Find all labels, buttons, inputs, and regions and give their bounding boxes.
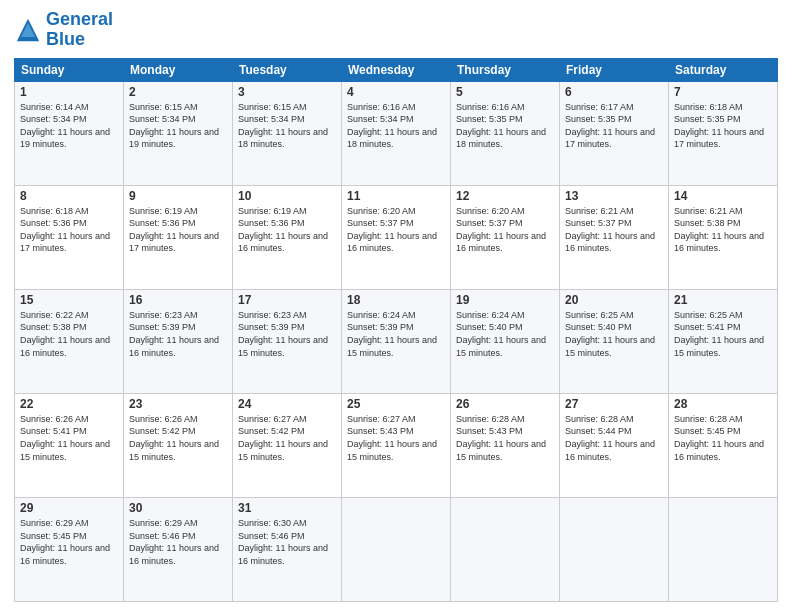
- day-number: 26: [456, 397, 554, 411]
- day-info: Sunrise: 6:20 AM Sunset: 5:37 PM Dayligh…: [347, 205, 445, 255]
- col-tuesday: Tuesday: [233, 58, 342, 81]
- day-info: Sunrise: 6:24 AM Sunset: 5:40 PM Dayligh…: [456, 309, 554, 359]
- calendar-table: Sunday Monday Tuesday Wednesday Thursday…: [14, 58, 778, 602]
- col-friday: Friday: [560, 58, 669, 81]
- day-number: 13: [565, 189, 663, 203]
- day-cell-4: 4 Sunrise: 6:16 AM Sunset: 5:34 PM Dayli…: [342, 81, 451, 185]
- day-info: Sunrise: 6:16 AM Sunset: 5:35 PM Dayligh…: [456, 101, 554, 151]
- empty-cell: [342, 497, 451, 601]
- day-cell-2: 2 Sunrise: 6:15 AM Sunset: 5:34 PM Dayli…: [124, 81, 233, 185]
- day-cell-7: 7 Sunrise: 6:18 AM Sunset: 5:35 PM Dayli…: [669, 81, 778, 185]
- logo-text: General Blue: [46, 10, 113, 50]
- day-number: 10: [238, 189, 336, 203]
- day-number: 18: [347, 293, 445, 307]
- day-number: 23: [129, 397, 227, 411]
- col-wednesday: Wednesday: [342, 58, 451, 81]
- day-info: Sunrise: 6:28 AM Sunset: 5:45 PM Dayligh…: [674, 413, 772, 463]
- day-info: Sunrise: 6:14 AM Sunset: 5:34 PM Dayligh…: [20, 101, 118, 151]
- day-number: 24: [238, 397, 336, 411]
- day-number: 19: [456, 293, 554, 307]
- day-number: 27: [565, 397, 663, 411]
- day-info: Sunrise: 6:21 AM Sunset: 5:38 PM Dayligh…: [674, 205, 772, 255]
- calendar-week-5: 29 Sunrise: 6:29 AM Sunset: 5:45 PM Dayl…: [15, 497, 778, 601]
- day-info: Sunrise: 6:20 AM Sunset: 5:37 PM Dayligh…: [456, 205, 554, 255]
- day-cell-23: 23 Sunrise: 6:26 AM Sunset: 5:42 PM Dayl…: [124, 393, 233, 497]
- day-info: Sunrise: 6:29 AM Sunset: 5:46 PM Dayligh…: [129, 517, 227, 567]
- day-cell-1: 1 Sunrise: 6:14 AM Sunset: 5:34 PM Dayli…: [15, 81, 124, 185]
- day-cell-28: 28 Sunrise: 6:28 AM Sunset: 5:45 PM Dayl…: [669, 393, 778, 497]
- day-number: 15: [20, 293, 118, 307]
- day-cell-20: 20 Sunrise: 6:25 AM Sunset: 5:40 PM Dayl…: [560, 289, 669, 393]
- day-info: Sunrise: 6:25 AM Sunset: 5:40 PM Dayligh…: [565, 309, 663, 359]
- day-info: Sunrise: 6:18 AM Sunset: 5:35 PM Dayligh…: [674, 101, 772, 151]
- day-number: 28: [674, 397, 772, 411]
- day-cell-22: 22 Sunrise: 6:26 AM Sunset: 5:41 PM Dayl…: [15, 393, 124, 497]
- day-info: Sunrise: 6:23 AM Sunset: 5:39 PM Dayligh…: [238, 309, 336, 359]
- day-number: 7: [674, 85, 772, 99]
- calendar-header-row: Sunday Monday Tuesday Wednesday Thursday…: [15, 58, 778, 81]
- day-cell-30: 30 Sunrise: 6:29 AM Sunset: 5:46 PM Dayl…: [124, 497, 233, 601]
- day-info: Sunrise: 6:17 AM Sunset: 5:35 PM Dayligh…: [565, 101, 663, 151]
- day-info: Sunrise: 6:26 AM Sunset: 5:41 PM Dayligh…: [20, 413, 118, 463]
- day-number: 21: [674, 293, 772, 307]
- day-info: Sunrise: 6:15 AM Sunset: 5:34 PM Dayligh…: [129, 101, 227, 151]
- day-info: Sunrise: 6:28 AM Sunset: 5:43 PM Dayligh…: [456, 413, 554, 463]
- day-cell-16: 16 Sunrise: 6:23 AM Sunset: 5:39 PM Dayl…: [124, 289, 233, 393]
- day-info: Sunrise: 6:29 AM Sunset: 5:45 PM Dayligh…: [20, 517, 118, 567]
- day-info: Sunrise: 6:27 AM Sunset: 5:43 PM Dayligh…: [347, 413, 445, 463]
- day-cell-8: 8 Sunrise: 6:18 AM Sunset: 5:36 PM Dayli…: [15, 185, 124, 289]
- day-number: 25: [347, 397, 445, 411]
- day-number: 1: [20, 85, 118, 99]
- day-number: 29: [20, 501, 118, 515]
- day-number: 11: [347, 189, 445, 203]
- day-number: 31: [238, 501, 336, 515]
- calendar-week-3: 15 Sunrise: 6:22 AM Sunset: 5:38 PM Dayl…: [15, 289, 778, 393]
- day-number: 2: [129, 85, 227, 99]
- day-info: Sunrise: 6:26 AM Sunset: 5:42 PM Dayligh…: [129, 413, 227, 463]
- calendar-week-2: 8 Sunrise: 6:18 AM Sunset: 5:36 PM Dayli…: [15, 185, 778, 289]
- empty-cell: [560, 497, 669, 601]
- day-cell-24: 24 Sunrise: 6:27 AM Sunset: 5:42 PM Dayl…: [233, 393, 342, 497]
- day-number: 17: [238, 293, 336, 307]
- col-thursday: Thursday: [451, 58, 560, 81]
- day-info: Sunrise: 6:19 AM Sunset: 5:36 PM Dayligh…: [129, 205, 227, 255]
- day-cell-15: 15 Sunrise: 6:22 AM Sunset: 5:38 PM Dayl…: [15, 289, 124, 393]
- empty-cell: [451, 497, 560, 601]
- day-number: 16: [129, 293, 227, 307]
- day-number: 6: [565, 85, 663, 99]
- day-number: 12: [456, 189, 554, 203]
- page: General Blue Sunday Monday Tuesday Wedne…: [0, 0, 792, 612]
- day-info: Sunrise: 6:24 AM Sunset: 5:39 PM Dayligh…: [347, 309, 445, 359]
- day-cell-11: 11 Sunrise: 6:20 AM Sunset: 5:37 PM Dayl…: [342, 185, 451, 289]
- day-info: Sunrise: 6:18 AM Sunset: 5:36 PM Dayligh…: [20, 205, 118, 255]
- day-number: 9: [129, 189, 227, 203]
- day-info: Sunrise: 6:16 AM Sunset: 5:34 PM Dayligh…: [347, 101, 445, 151]
- day-cell-31: 31 Sunrise: 6:30 AM Sunset: 5:46 PM Dayl…: [233, 497, 342, 601]
- day-cell-17: 17 Sunrise: 6:23 AM Sunset: 5:39 PM Dayl…: [233, 289, 342, 393]
- day-info: Sunrise: 6:15 AM Sunset: 5:34 PM Dayligh…: [238, 101, 336, 151]
- day-cell-29: 29 Sunrise: 6:29 AM Sunset: 5:45 PM Dayl…: [15, 497, 124, 601]
- day-cell-6: 6 Sunrise: 6:17 AM Sunset: 5:35 PM Dayli…: [560, 81, 669, 185]
- day-cell-21: 21 Sunrise: 6:25 AM Sunset: 5:41 PM Dayl…: [669, 289, 778, 393]
- day-cell-14: 14 Sunrise: 6:21 AM Sunset: 5:38 PM Dayl…: [669, 185, 778, 289]
- day-info: Sunrise: 6:28 AM Sunset: 5:44 PM Dayligh…: [565, 413, 663, 463]
- day-number: 14: [674, 189, 772, 203]
- day-cell-9: 9 Sunrise: 6:19 AM Sunset: 5:36 PM Dayli…: [124, 185, 233, 289]
- empty-cell: [669, 497, 778, 601]
- calendar-week-1: 1 Sunrise: 6:14 AM Sunset: 5:34 PM Dayli…: [15, 81, 778, 185]
- day-cell-27: 27 Sunrise: 6:28 AM Sunset: 5:44 PM Dayl…: [560, 393, 669, 497]
- day-info: Sunrise: 6:21 AM Sunset: 5:37 PM Dayligh…: [565, 205, 663, 255]
- calendar-week-4: 22 Sunrise: 6:26 AM Sunset: 5:41 PM Dayl…: [15, 393, 778, 497]
- day-number: 4: [347, 85, 445, 99]
- col-saturday: Saturday: [669, 58, 778, 81]
- day-cell-13: 13 Sunrise: 6:21 AM Sunset: 5:37 PM Dayl…: [560, 185, 669, 289]
- day-info: Sunrise: 6:25 AM Sunset: 5:41 PM Dayligh…: [674, 309, 772, 359]
- logo-icon: [14, 16, 42, 44]
- day-cell-12: 12 Sunrise: 6:20 AM Sunset: 5:37 PM Dayl…: [451, 185, 560, 289]
- day-number: 30: [129, 501, 227, 515]
- day-number: 5: [456, 85, 554, 99]
- col-sunday: Sunday: [15, 58, 124, 81]
- day-info: Sunrise: 6:19 AM Sunset: 5:36 PM Dayligh…: [238, 205, 336, 255]
- day-cell-26: 26 Sunrise: 6:28 AM Sunset: 5:43 PM Dayl…: [451, 393, 560, 497]
- day-info: Sunrise: 6:22 AM Sunset: 5:38 PM Dayligh…: [20, 309, 118, 359]
